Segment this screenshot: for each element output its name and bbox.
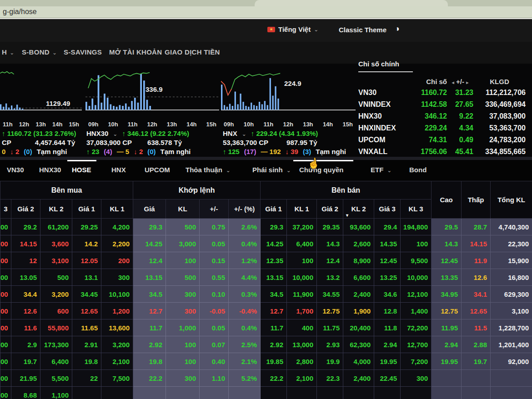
board-cell[interactable]: 10,000 <box>287 269 317 286</box>
board-cell[interactable]: 12.05 <box>72 252 101 269</box>
board-cell[interactable] <box>462 370 491 387</box>
board-cell[interactable] <box>317 387 343 399</box>
board-cell[interactable]: 3,200 <box>40 286 72 303</box>
board-cell[interactable]: 2.94 <box>432 336 462 353</box>
board-cell[interactable]: 34.55 <box>317 286 343 303</box>
summary-index-selector[interactable]: HNX30⌄ <box>86 130 117 137</box>
board-cell[interactable]: 14.2 <box>72 235 101 252</box>
board-cell[interactable]: 00 <box>0 387 11 399</box>
board-cell[interactable]: 300 <box>401 370 432 387</box>
board-cell[interactable]: 12.45 <box>374 252 401 269</box>
board-cell[interactable]: 12 <box>11 252 40 269</box>
board-cell[interactable] <box>133 387 166 399</box>
col-header-2[interactable]: KL 2 <box>40 200 72 219</box>
board-cell[interactable]: 0.55 <box>200 269 229 286</box>
col-header-6[interactable]: KL <box>166 200 200 219</box>
board-cell[interactable]: 34.5 <box>261 286 287 303</box>
col-header-10[interactable]: KL 1 <box>287 200 317 219</box>
table-row[interactable]: 0011.655,80011.6513,60011.71,0000.050.4%… <box>0 319 532 336</box>
board-cell[interactable]: 3,000 <box>166 235 200 252</box>
board-cell[interactable]: 12.65 <box>72 303 101 319</box>
col-header-0[interactable]: 3 <box>0 200 11 219</box>
board-cell[interactable] <box>72 387 101 399</box>
board-cell[interactable]: 11.95 <box>432 319 462 336</box>
board-cell[interactable]: 8,900 <box>343 252 374 269</box>
theme-toggle-icon[interactable]: ◑ <box>395 24 400 34</box>
board-cell[interactable]: 11.75 <box>317 319 343 336</box>
board-cell[interactable]: 14.25 <box>133 235 166 252</box>
col-header-4[interactable]: KL 1 <box>101 200 133 219</box>
board-cell[interactable]: 62,300 <box>343 336 374 353</box>
board-cell[interactable]: 500 <box>166 269 200 286</box>
board-cell[interactable]: 2,200 <box>101 235 133 252</box>
board-cell[interactable]: 2.9 <box>11 336 40 353</box>
board-cell[interactable] <box>200 387 229 399</box>
board-cell[interactable]: 29.2 <box>11 219 40 235</box>
index-row-vnindex[interactable]: VNINDEX1142.5827.65336,469,6948 <box>358 99 532 110</box>
board-cell[interactable]: 2.93 <box>317 336 343 353</box>
board-cell[interactable]: 72,200 <box>401 319 432 336</box>
board-cell[interactable]: 6,400 <box>40 353 72 370</box>
board-cell[interactable]: 9,500 <box>401 252 432 269</box>
board-cell[interactable]: 6,400 <box>287 235 317 252</box>
board-cell[interactable]: 13.15 <box>133 269 166 286</box>
board-cell[interactable]: 0.15 <box>200 252 229 269</box>
board-cell[interactable]: 300 <box>101 269 133 286</box>
board-cell[interactable]: 11.5 <box>462 319 491 336</box>
board-cell[interactable]: 22.2 <box>133 370 166 387</box>
board-cell[interactable]: 34.1 <box>462 286 491 303</box>
col-header-9[interactable]: Giá 1 <box>261 200 287 219</box>
index-row-hnxindex[interactable]: HNXINDEX229.244.3453,363,700 <box>358 122 532 134</box>
col-index-label[interactable]: Chỉ số <box>404 78 447 85</box>
board-cell[interactable]: 3,200 <box>101 336 133 353</box>
col-header-8[interactable]: +/- (%) <box>229 200 261 219</box>
board-cell[interactable]: 22.2 <box>261 370 287 387</box>
board-cell[interactable]: -0.05 <box>200 303 229 319</box>
board-cell[interactable]: 93,600 <box>343 219 374 235</box>
board-cell[interactable]: 14.25 <box>261 235 287 252</box>
board-cell[interactable]: 15,900 <box>491 252 532 269</box>
board-cell[interactable]: 7,200 <box>401 353 432 370</box>
board-cell[interactable]: 500 <box>166 219 200 235</box>
board-cell[interactable]: 12.4 <box>133 252 166 269</box>
board-cell[interactable] <box>343 387 374 399</box>
board-cell[interactable] <box>261 387 287 399</box>
index-row-vn30[interactable]: VN301160.7231.23112,212,7064 <box>358 87 532 99</box>
browser-tab[interactable] <box>255 0 448 7</box>
board-cell[interactable]: 20,400 <box>343 319 374 336</box>
board-cell[interactable]: 4,200 <box>101 219 133 235</box>
table-row[interactable]: 0012.660012.651,20012.7300-0.05-0.4%12.7… <box>0 303 532 319</box>
board-cell[interactable]: 2.1% <box>229 353 261 370</box>
board-cell[interactable]: 1,900 <box>343 303 374 319</box>
tab-phái-sinh[interactable]: Phái sinh⌄ <box>252 166 291 174</box>
col-header-14[interactable]: KL 3 <box>401 200 432 219</box>
board-cell[interactable] <box>229 387 261 399</box>
board-cell[interactable]: 13.25 <box>374 269 401 286</box>
col-low-label[interactable]: Thấp <box>462 181 491 219</box>
board-cell[interactable]: 34.5 <box>133 286 166 303</box>
board-cell[interactable]: 29.5 <box>432 219 462 235</box>
board-cell[interactable]: 12.75 <box>317 303 343 319</box>
board-cell[interactable]: 13.05 <box>11 269 40 286</box>
board-cell[interactable]: 19.7 <box>462 353 491 370</box>
board-cell[interactable]: 12.45 <box>432 252 462 269</box>
board-cell[interactable] <box>374 387 401 399</box>
index-row-upcom[interactable]: UPCOM74.310.4924,783,200 <box>358 134 532 146</box>
col-header-3[interactable]: Giá 1 <box>72 200 101 219</box>
table-row[interactable]: 0019.76,40019.82,10019.81000.402.1%19.85… <box>0 353 532 370</box>
board-cell[interactable]: 2.88 <box>462 336 491 353</box>
nav-item-3[interactable]: MỞ TÀI KHOẢN <box>109 48 162 56</box>
board-cell[interactable]: 00 <box>0 235 11 252</box>
board-cell[interactable]: 8.68 <box>11 387 40 399</box>
board-cell[interactable]: 2,100 <box>101 353 133 370</box>
board-cell[interactable]: 28.7 <box>462 219 491 235</box>
board-cell[interactable]: 12.4 <box>317 252 343 269</box>
board-cell[interactable]: 1,400 <box>401 303 432 319</box>
table-row[interactable]: 002.9173,3002.913,2002.921000.072.5%2.92… <box>0 336 532 353</box>
tab-hnx[interactable]: HNX <box>111 166 126 174</box>
col-volume-label[interactable]: KLGD <box>473 78 526 85</box>
board-cell[interactable]: 21.95 <box>11 370 40 387</box>
board-cell[interactable]: 13,000 <box>287 336 317 353</box>
nav-item-4[interactable]: GIAO DỊCH TIỀN <box>165 48 220 56</box>
board-cell[interactable]: 1.10 <box>200 370 229 387</box>
